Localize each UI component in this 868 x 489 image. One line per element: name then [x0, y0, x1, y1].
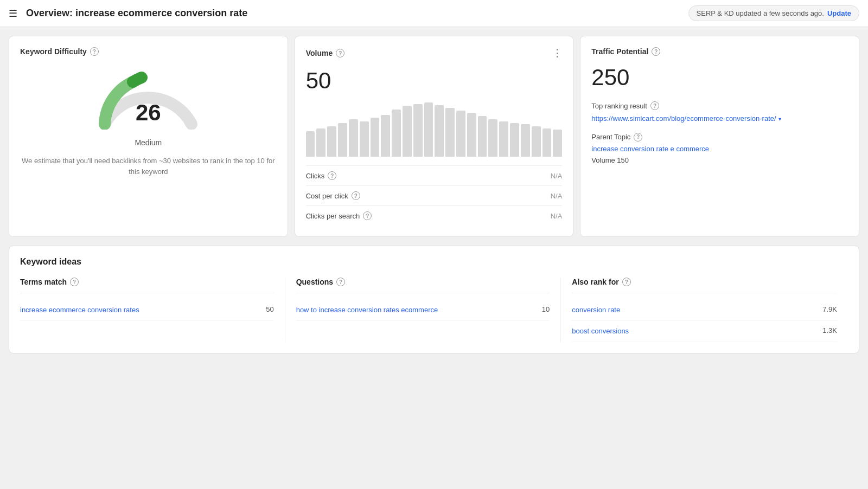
col-help-icon[interactable]: ? [70, 278, 79, 286]
metric-help-icon[interactable]: ? [363, 211, 372, 220]
col-header: Also rank for ? [572, 278, 837, 293]
keyword-row: increase ecommerce conversion rates 50 [20, 300, 274, 321]
parent-topic-help-icon[interactable]: ? [634, 133, 642, 141]
keyword-volume: 50 [266, 305, 273, 313]
chart-bar [456, 111, 465, 157]
ideas-column-1: Questions ? how to increase conversion r… [296, 278, 561, 342]
metric-row: Clicks ? N/A [306, 166, 563, 186]
chart-bar [316, 128, 326, 157]
keyword-link[interactable]: boost conversions [572, 326, 816, 336]
ideas-grid: Terms match ? increase ecommerce convers… [20, 278, 848, 342]
keyword-volume: 1.3K [822, 326, 837, 334]
keyword-row: how to increase conversion rates ecommer… [296, 300, 550, 321]
kd-card-title: Keyword Difficulty ? [20, 47, 277, 56]
parent-topic-link[interactable]: increase conversion rate e commerce [591, 145, 848, 153]
metric-value: N/A [551, 192, 563, 200]
tp-value: 250 [591, 65, 848, 91]
header: ☰ Overview: increase ecommerce conversio… [0, 0, 868, 27]
chart-bar [521, 124, 530, 157]
volume-value: 50 [306, 68, 563, 94]
keyword-ideas-section: Keyword ideas Terms match ? increase eco… [9, 246, 859, 353]
top-ranking-url-text: https://www.simicart.com/blog/ecommerce-… [591, 113, 776, 124]
status-pill: SERP & KD updated a few seconds ago. Upd… [688, 5, 859, 21]
dropdown-arrow-icon: ▾ [778, 115, 781, 123]
keyword-row: conversion rate 7.9K [572, 300, 837, 321]
metric-label: Clicks per search ? [306, 211, 372, 220]
metric-row: Clicks per search ? N/A [306, 206, 563, 226]
col-header-text: Terms match [20, 278, 67, 286]
chart-bar [499, 121, 508, 157]
col-header-text: Questions [296, 278, 333, 286]
chart-bar [435, 105, 444, 157]
kd-score: 26 [136, 101, 161, 124]
metric-help-icon[interactable]: ? [328, 171, 336, 180]
volume-card-title: Volume ? ⋮ [306, 47, 563, 59]
kd-title-text: Keyword Difficulty [20, 47, 87, 56]
chart-bar [488, 119, 497, 157]
chart-bar [542, 128, 552, 157]
hamburger-icon[interactable]: ☰ [9, 8, 17, 20]
chart-bar [467, 113, 476, 157]
traffic-potential-card: Traffic Potential ? 250 Top ranking resu… [580, 36, 859, 237]
top-ranking-help-icon[interactable]: ? [650, 101, 659, 110]
keyword-volume: 7.9K [822, 305, 837, 313]
metrics-list: Clicks ? N/A Cost per click ? N/A Clicks… [306, 165, 563, 226]
parent-topic-label-text: Parent Topic [591, 133, 630, 141]
keyword-volume: 10 [542, 305, 550, 313]
chart-bar [478, 116, 487, 157]
tp-help-icon[interactable]: ? [652, 47, 660, 56]
volume-more-icon[interactable]: ⋮ [552, 47, 562, 59]
chart-bar [371, 118, 380, 157]
metric-label: Clicks ? [306, 171, 337, 180]
metric-value: N/A [551, 212, 563, 220]
metric-value: N/A [551, 172, 563, 180]
chart-bar [349, 119, 358, 157]
page-title: Overview: increase ecommerce conversion … [26, 8, 680, 19]
col-header: Terms match ? [20, 278, 274, 293]
main-content: Keyword Difficulty ? 26 Medium [0, 27, 868, 362]
gauge-wrapper: 26 [94, 65, 202, 130]
top-ranking-label: Top ranking result ? [591, 101, 848, 110]
chart-bar [327, 126, 336, 157]
keyword-link[interactable]: increase ecommerce conversion rates [20, 305, 259, 315]
metric-label-text: Clicks per search [306, 212, 360, 220]
metric-help-icon[interactable]: ? [352, 191, 360, 200]
chart-bar [553, 130, 562, 157]
chart-bar [510, 123, 519, 157]
volume-chart [306, 102, 563, 157]
col-header-text: Also rank for [572, 278, 618, 286]
keyword-row: boost conversions 1.3K [572, 321, 837, 342]
top-ranking-url[interactable]: https://www.simicart.com/blog/ecommerce-… [591, 113, 848, 124]
col-help-icon[interactable]: ? [622, 278, 631, 286]
chart-bar [360, 121, 369, 157]
chart-bar [532, 126, 541, 157]
chart-bar [392, 110, 401, 157]
ideas-column-0: Terms match ? increase ecommerce convers… [20, 278, 285, 342]
chart-bar [424, 102, 433, 157]
parent-volume-label: Volume [591, 156, 615, 164]
col-help-icon[interactable]: ? [336, 278, 345, 286]
col-header: Questions ? [296, 278, 550, 293]
gauge-container: 26 [20, 65, 277, 130]
metric-label-text: Clicks [306, 172, 325, 180]
update-link[interactable]: Update [827, 9, 851, 17]
top-ranking-label-text: Top ranking result [591, 102, 647, 110]
keyword-link[interactable]: conversion rate [572, 305, 816, 315]
parent-volume: Volume 150 [591, 156, 848, 164]
kd-help-icon[interactable]: ? [90, 47, 99, 56]
chart-bar [403, 106, 412, 157]
tp-card-title: Traffic Potential ? [591, 47, 848, 56]
chart-bar [413, 104, 423, 157]
volume-help-icon[interactable]: ? [336, 49, 344, 57]
keyword-ideas-title: Keyword ideas [20, 257, 848, 267]
volume-card: Volume ? ⋮ 50 Clicks ? N/A Cost per clic… [295, 36, 574, 237]
chart-bar [445, 108, 455, 157]
keyword-link[interactable]: how to increase conversion rates ecommer… [296, 305, 535, 315]
chart-bar [338, 123, 347, 157]
kd-label: Medium [20, 138, 277, 147]
tp-title-text: Traffic Potential [591, 47, 648, 56]
parent-topic-label: Parent Topic ? [591, 133, 848, 141]
cards-row: Keyword Difficulty ? 26 Medium [9, 36, 859, 237]
chart-bar [381, 115, 390, 157]
keyword-difficulty-card: Keyword Difficulty ? 26 Medium [9, 36, 288, 237]
